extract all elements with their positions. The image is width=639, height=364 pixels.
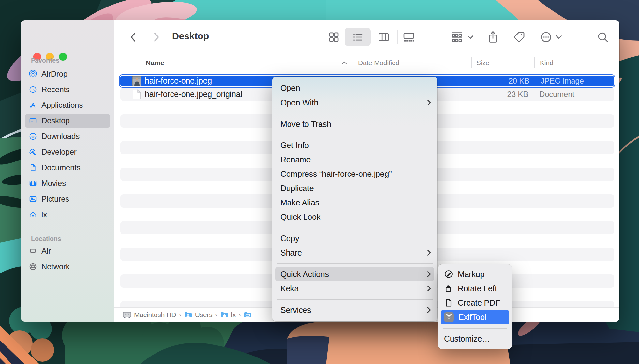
submenu-chevron-icon	[427, 99, 431, 106]
create-pdf-icon	[444, 298, 453, 307]
sidebar-item-airdrop[interactable]: AirDrop	[29, 69, 107, 79]
list-header: Name Date Modified Size Kind	[114, 53, 619, 72]
share-button[interactable]	[486, 31, 499, 44]
appstore-icon	[29, 101, 37, 109]
column-view-button[interactable]	[377, 31, 391, 44]
submenu-item-rotate-left[interactable]: Rotate Left	[438, 281, 512, 296]
sidebar-item-movies[interactable]: Movies	[29, 178, 107, 189]
file-size: 23 KB	[475, 88, 528, 101]
column-header-kind[interactable]: Kind	[540, 53, 553, 72]
exiftool-icon	[444, 312, 454, 322]
group-by-chevron[interactable]	[467, 31, 474, 44]
menu-item-duplicate[interactable]: Duplicate	[272, 181, 437, 195]
file-name: hair-force-one.jpeg_original	[145, 88, 242, 101]
gallery-view-button[interactable]	[401, 31, 417, 44]
menu-item-open-with[interactable]: Open With	[272, 95, 437, 110]
menu-item-get-info[interactable]: Get Info	[272, 138, 437, 152]
sidebar-item-label: Desktop	[41, 116, 70, 125]
sidebar-item-label: lx	[41, 210, 47, 219]
chevron-down-icon	[557, 36, 561, 38]
sidebar-item-label: Movies	[41, 179, 66, 188]
sidebar-item-network[interactable]: Network	[29, 261, 107, 272]
column-divider[interactable]	[356, 57, 356, 68]
menu-item-open[interactable]: Open	[272, 81, 437, 95]
chevron-left-icon	[131, 33, 135, 41]
menu-item-quick-look[interactable]: Quick Look	[272, 210, 437, 224]
sidebar-item-home[interactable]: lx	[29, 209, 107, 220]
submenu-chevron-icon	[427, 307, 431, 313]
column-header-size[interactable]: Size	[476, 53, 489, 72]
sidebar-item-applications[interactable]: Applications	[29, 100, 107, 110]
sort-ascending-icon	[341, 53, 347, 72]
sidebar-item-air[interactable]: Air	[29, 246, 107, 256]
column-header-date-modified[interactable]: Date Modified	[358, 53, 399, 72]
home-icon	[29, 210, 37, 219]
submenu-item-markup[interactable]: Markup	[438, 267, 512, 281]
menu-item-compress[interactable]: Compress “hair-force-one.jpeg”	[272, 167, 437, 181]
laptop-icon	[29, 247, 37, 255]
locations-section-label: Locations	[31, 235, 61, 243]
column-header-name[interactable]: Name	[146, 53, 164, 72]
menu-separator	[277, 263, 433, 264]
sidebar-item-label: Documents	[41, 163, 81, 172]
quick-actions-submenu: Markup Rotate Left Create PDF ExifTool C…	[438, 264, 512, 349]
chevron-down-icon	[468, 36, 473, 38]
markup-icon	[444, 270, 453, 279]
more-actions-button[interactable]	[539, 31, 553, 44]
file-thumbnail	[132, 76, 141, 86]
document-file-icon	[132, 88, 141, 101]
desktop-icon	[29, 117, 37, 125]
submenu-item-create-pdf[interactable]: Create PDF	[438, 296, 512, 310]
list-view-icon	[352, 32, 364, 43]
film-icon	[29, 179, 37, 188]
menu-item-services[interactable]: Services	[272, 303, 437, 317]
document-icon	[29, 163, 37, 172]
sidebar-item-developer[interactable]: Developer	[29, 147, 107, 157]
path-item-volume[interactable]: Macintosh HD	[134, 311, 176, 319]
group-by-icon	[450, 31, 464, 43]
globe-icon	[29, 262, 37, 271]
column-divider[interactable]	[471, 57, 472, 68]
file-name: hair-force-one.jpeg	[145, 76, 212, 86]
submenu-chevron-icon	[427, 285, 431, 292]
forward-button[interactable]	[151, 31, 162, 44]
sidebar-item-pictures[interactable]: Pictures	[29, 194, 107, 204]
file-size: 20 KB	[476, 76, 529, 86]
list-view-button[interactable]	[345, 31, 370, 44]
menu-item-copy[interactable]: Copy	[272, 231, 437, 245]
more-actions-chevron[interactable]	[555, 31, 563, 44]
sidebar-item-desktop[interactable]: Desktop	[29, 116, 107, 126]
menu-item-share[interactable]: Share	[272, 245, 437, 260]
path-item-home[interactable]: lx	[231, 311, 236, 319]
desktop-folder-icon	[244, 312, 252, 318]
icon-view-button[interactable]	[327, 31, 340, 44]
submenu-chevron-icon	[427, 271, 431, 277]
back-button[interactable]	[127, 31, 139, 44]
submenu-item-exiftool[interactable]: ExifTool	[438, 310, 512, 324]
airdrop-icon	[29, 70, 37, 78]
sidebar-item-recents[interactable]: Recents	[29, 84, 107, 95]
zoom-button[interactable]	[59, 53, 67, 61]
menu-item-keka[interactable]: Keka	[272, 281, 437, 296]
sidebar-item-label: Pictures	[41, 194, 69, 203]
menu-item-move-to-trash[interactable]: Move to Trash	[272, 117, 437, 131]
submenu-item-customize[interactable]: Customize…	[438, 331, 512, 346]
column-view-icon	[378, 32, 390, 43]
group-by-button[interactable]	[449, 31, 465, 44]
column-divider[interactable]	[534, 57, 535, 68]
home-folder-icon	[220, 312, 228, 318]
ellipsis-circle-icon	[540, 31, 552, 43]
chevron-right-icon	[155, 33, 158, 41]
menu-item-quick-actions[interactable]: Quick Actions	[272, 267, 437, 281]
path-item-users[interactable]: Users	[195, 311, 213, 319]
menu-item-rename[interactable]: Rename	[272, 152, 437, 167]
search-button[interactable]	[596, 31, 610, 44]
menu-item-make-alias[interactable]: Make Alias	[272, 195, 437, 210]
menu-separator	[277, 228, 433, 228]
favorites-section-label: Favorites	[31, 57, 59, 64]
tags-button[interactable]	[511, 31, 527, 44]
window-title: Desktop	[172, 31, 209, 42]
grid-view-icon	[328, 32, 339, 43]
sidebar-item-documents[interactable]: Documents	[29, 162, 107, 173]
sidebar-item-downloads[interactable]: Downloads	[29, 131, 107, 142]
